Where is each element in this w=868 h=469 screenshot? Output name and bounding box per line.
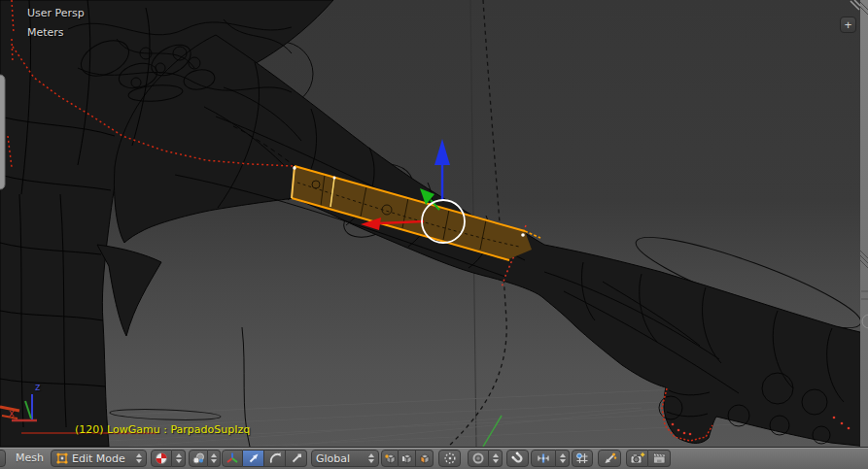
- axis-z-label: z: [35, 382, 40, 392]
- mesh-menu[interactable]: Mesh: [16, 452, 44, 464]
- vertex-select-button[interactable]: [381, 450, 399, 467]
- proportional-edit-selector[interactable]: [468, 450, 503, 467]
- snap-target-icon: [575, 452, 589, 465]
- rotate-arc-icon: [268, 452, 282, 465]
- orientation-value: Global: [316, 452, 350, 465]
- opengl-render-anim-button[interactable]: [648, 450, 671, 467]
- edit-mode-icon: [55, 452, 69, 465]
- viewport-3d[interactable]: User Persp Meters (120) LowGamu : Parpad…: [0, 0, 868, 447]
- selected-vertex[interactable]: [293, 166, 295, 169]
- cube-face-icon: [418, 452, 431, 465]
- shading-sphere-icon: [155, 452, 168, 465]
- select-mode-group: [381, 450, 434, 467]
- center-points-icon: [603, 452, 617, 465]
- mode-selector[interactable]: Edit Mode: [51, 450, 147, 467]
- selected-vertex[interactable]: [521, 233, 525, 237]
- manipulator-translate-button[interactable]: [243, 450, 264, 467]
- open-properties-region-button[interactable]: +: [840, 17, 856, 33]
- axis-x-label: x: [9, 408, 15, 419]
- clapperboard-icon: [652, 452, 667, 465]
- dotted-circle-icon: [443, 452, 457, 465]
- toolshelf-tab[interactable]: [0, 75, 5, 189]
- cube-edge-icon: [400, 452, 413, 465]
- face-select-button[interactable]: [416, 450, 434, 467]
- mode-selector-value: Edit Mode: [72, 452, 125, 465]
- manipulator-scale-button[interactable]: [286, 450, 307, 467]
- orientation-arrows: [366, 453, 376, 463]
- active-element-label: (120) LowGamu : ParpadoSupIzq: [75, 423, 250, 436]
- manipulator-axes-button[interactable]: [222, 450, 243, 467]
- manipulator-toggle-group: [222, 450, 307, 467]
- viewport-canvas[interactable]: [0, 0, 868, 447]
- pivot-median-icon: [191, 452, 205, 465]
- scale-icon: [290, 452, 303, 465]
- editor-type-button-partial[interactable]: [0, 450, 6, 467]
- unit-label: Meters: [27, 26, 64, 39]
- cube-vertex-icon: [384, 452, 396, 465]
- occlude-geometry-button[interactable]: [438, 450, 461, 467]
- magnet-icon: [511, 452, 525, 465]
- mode-selector-arrows: [134, 453, 144, 463]
- edge-select-button[interactable]: [399, 450, 416, 467]
- pivot-point-selector[interactable]: [189, 450, 221, 467]
- snap-target-button[interactable]: [572, 450, 593, 467]
- viewport-header: Mesh Edit Mode: [0, 447, 868, 469]
- view-name-label: User Persp: [27, 7, 85, 19]
- prop-circle-icon: [471, 452, 485, 465]
- axis-tripod-icon: [226, 452, 239, 465]
- snap-toggle-button[interactable]: [506, 450, 529, 467]
- opengl-render-group: [626, 450, 671, 467]
- snap-increment-icon: [537, 452, 550, 465]
- translate-arrow-icon: [247, 452, 260, 465]
- opengl-render-still-button[interactable]: [626, 450, 648, 467]
- camera-plus-icon: [630, 452, 645, 465]
- adjacent-editor-edge[interactable]: [860, 0, 868, 447]
- blender-window: User Persp Meters (120) LowGamu : Parpad…: [0, 0, 868, 469]
- snap-element-selector[interactable]: [531, 450, 570, 467]
- manipulate-centers-button[interactable]: [598, 450, 621, 467]
- manipulator-rotate-button[interactable]: [264, 450, 286, 467]
- orientation-selector[interactable]: Global: [311, 450, 379, 467]
- selected-vertex[interactable]: [333, 177, 336, 180]
- viewport-shading-selector[interactable]: [151, 450, 186, 467]
